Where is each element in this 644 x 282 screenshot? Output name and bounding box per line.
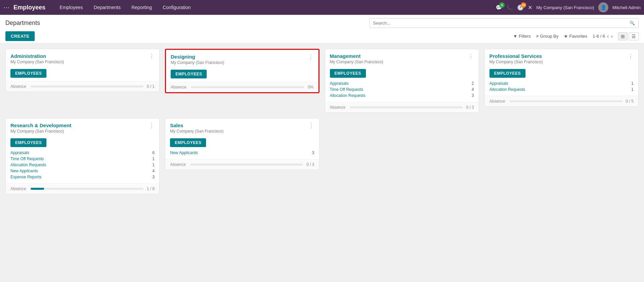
dept-menu-administration[interactable]: ⋮: [148, 53, 155, 59]
filters-button[interactable]: ▼ Filters: [513, 34, 531, 39]
dept-company-management: My Company (San Francisco): [330, 60, 383, 64]
stat-value-new-applicants-rd: 4: [152, 169, 155, 173]
dept-card-designing: Designing My Company (San Francisco) ⋮ E…: [165, 49, 319, 93]
dept-card-research-development: Research & Development My Company (San F…: [5, 118, 160, 194]
next-page[interactable]: ›: [611, 33, 613, 39]
dept-card-sales: Sales My Company (San Francisco) ⋮ EMPLO…: [165, 118, 319, 170]
stat-row: Time Off Requests 4: [330, 86, 474, 93]
top-navigation: ⋯ Employees Employees Departments Report…: [0, 0, 644, 15]
create-button[interactable]: CREATE: [5, 31, 35, 41]
stat-label-allocation-rd[interactable]: Allocation Requests: [10, 163, 46, 167]
dept-title-designing[interactable]: Designing: [171, 54, 224, 60]
stat-label-allocation-ps[interactable]: Allocation Requests: [489, 87, 525, 92]
absence-bar-research-development: [31, 188, 143, 190]
absence-ratio-administration: 0 / 1: [147, 84, 155, 89]
search-icon[interactable]: 🔍: [626, 19, 638, 28]
dept-company-administration: My Company (San Francisco): [10, 60, 64, 64]
absence-ratio-professional-services: 0 / 5: [626, 99, 634, 104]
stat-label-allocation[interactable]: Allocation Requests: [330, 93, 366, 98]
stat-label-new-applicants-sales[interactable]: New Applicants: [170, 150, 198, 155]
absence-bar-sales: [190, 164, 303, 166]
nav-items: Employees Departments Reporting Configur…: [55, 3, 493, 12]
star-icon: ★: [564, 34, 568, 39]
pagination: 1-6 / 6 ‹ ›: [592, 33, 613, 39]
nav-reporting[interactable]: Reporting: [127, 3, 157, 12]
stat-row: Appraisals 1: [489, 80, 634, 86]
stat-label-appraisals-rd[interactable]: Appraisals: [10, 150, 29, 155]
dept-stats-professional-services: Appraisals 1 Allocation Requests 1: [489, 80, 634, 93]
stat-row: New Applicants 3: [170, 150, 314, 156]
clock-icon[interactable]: 🕐 30: [517, 4, 524, 11]
groupby-button[interactable]: ≡ Group By: [536, 34, 559, 39]
dept-menu-management[interactable]: ⋮: [468, 53, 474, 59]
employees-btn-sales[interactable]: EMPLOYEES: [170, 138, 206, 147]
stat-value-appraisals-rd: 6: [152, 150, 155, 155]
stat-label-appraisals-ps[interactable]: Appraisals: [489, 81, 508, 86]
employees-btn-administration[interactable]: EMPLOYEES: [10, 69, 46, 78]
dept-menu-professional-services[interactable]: ⋮: [628, 53, 634, 59]
dept-title-professional-services[interactable]: Professional Services: [489, 53, 543, 59]
stat-value-expense-reports-rd: 3: [152, 175, 155, 179]
stat-label-expense-reports-rd[interactable]: Expense Reports: [10, 175, 41, 179]
dept-menu-designing[interactable]: ⋮: [308, 54, 314, 60]
absence-label-research-development: Absence: [10, 186, 27, 191]
absence-label-designing: Absence: [171, 85, 188, 90]
stat-label-time-off-rd[interactable]: Time Off Requests: [10, 156, 44, 161]
absence-ratio-designing: 0%: [308, 85, 313, 90]
stat-label-time-off[interactable]: Time Off Requests: [330, 87, 363, 92]
filter-icon: ▼: [513, 34, 517, 39]
dept-company-professional-services: My Company (San Francisco): [489, 60, 543, 64]
stat-label-new-applicants-rd[interactable]: New Applicants: [10, 169, 38, 173]
absence-label-sales: Absence: [170, 162, 187, 167]
search-bar: 🔍: [369, 18, 639, 28]
employees-btn-professional-services[interactable]: EMPLOYEES: [489, 69, 526, 78]
phone-icon[interactable]: 📞: [506, 4, 513, 11]
clock-badge: 30: [521, 2, 526, 8]
stat-value-allocation-rd: 1: [152, 163, 155, 167]
grid-icon[interactable]: ⋯: [3, 4, 9, 11]
dept-card-professional-services: Professional Services My Company (San Fr…: [484, 49, 639, 107]
avatar[interactable]: 👤: [598, 2, 608, 12]
search-input[interactable]: [370, 19, 626, 28]
absence-bar-management: [350, 106, 463, 108]
favorites-button[interactable]: ★ Favorites: [564, 34, 587, 39]
nav-employees[interactable]: Employees: [55, 3, 88, 12]
stat-value-allocation: 3: [472, 93, 474, 98]
stat-value-appraisals: 2: [472, 81, 474, 86]
stat-label-appraisals[interactable]: Appraisals: [330, 81, 349, 86]
nav-departments[interactable]: Departments: [89, 3, 125, 12]
dept-title-sales[interactable]: Sales: [170, 122, 224, 128]
stat-row: Time Off Requests 1: [10, 156, 155, 162]
nav-configuration[interactable]: Configuration: [158, 3, 195, 12]
dept-title-administration[interactable]: Administration: [10, 53, 64, 59]
employees-btn-management[interactable]: EMPLOYEES: [330, 69, 366, 78]
absence-bar-designing: [191, 86, 304, 88]
user-name: Mitchell Admin: [612, 5, 641, 10]
absence-bar-professional-services: [510, 100, 622, 102]
dept-company-sales: My Company (San Francisco): [170, 129, 224, 134]
dept-card-management: Management My Company (San Francisco) ⋮ …: [325, 49, 479, 113]
close-icon[interactable]: ✕: [528, 4, 532, 11]
dept-stats-sales: New Applicants 3: [170, 150, 314, 156]
prev-page[interactable]: ‹: [607, 33, 609, 39]
message-badge: 6: [499, 2, 505, 8]
dept-card-administration: Administration My Company (San Francisco…: [5, 49, 160, 92]
stat-row: Allocation Requests 1: [489, 86, 634, 93]
dept-company-research-development: My Company (San Francisco): [10, 129, 71, 134]
dept-title-management[interactable]: Management: [330, 53, 383, 59]
stat-row: Expense Reports 3: [10, 174, 155, 180]
dept-menu-research-development[interactable]: ⋮: [148, 122, 155, 129]
nav-right: 💬 6 📞 🕐 30 ✕ My Company (San Francisco) …: [496, 2, 641, 12]
dept-company-designing: My Company (San Francisco): [171, 60, 224, 65]
absence-bar-administration: [31, 85, 143, 87]
list-view-button[interactable]: ☰: [629, 32, 639, 40]
dept-title-research-development[interactable]: Research & Development: [10, 122, 71, 128]
messages-icon[interactable]: 💬 6: [496, 4, 502, 11]
employees-btn-research-development[interactable]: EMPLOYEES: [10, 138, 46, 147]
employees-btn-designing[interactable]: EMPLOYEES: [171, 70, 207, 78]
absence-label-administration: Absence: [10, 84, 27, 89]
dept-menu-sales[interactable]: ⋮: [308, 122, 314, 129]
stat-value-time-off: 4: [472, 87, 474, 92]
stat-value-appraisals-ps: 1: [631, 81, 634, 86]
kanban-view-button[interactable]: ⊞: [618, 32, 628, 40]
